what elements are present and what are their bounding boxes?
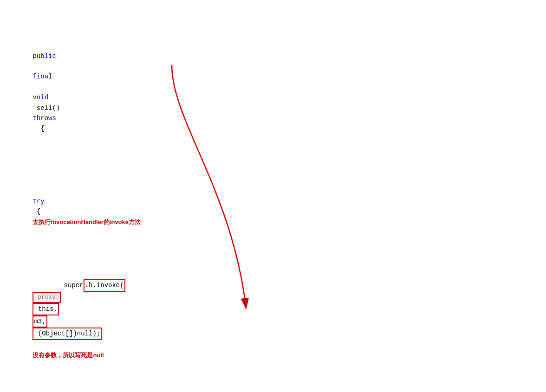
annotation-invoke: 去执行InvocationHandler的invoke方法 [32,218,141,225]
keyword-throws-1: throws [32,115,56,122]
this-box: this, [32,303,58,315]
keyword-final: final [32,73,52,80]
null-box: (Object[])null); [32,328,102,340]
keyword-try-1: try [32,198,44,205]
sell-method-block: public final void sell() throws { try { … [9,9,537,392]
code-line: super.h.invoke( proxy: this, m3, (Object… [9,269,537,371]
annotation-null: 没有参数，所以写死是null [32,352,104,359]
h-invoke-box: .h.invoke( [84,279,125,291]
code-line: try { 去执行InvocationHandler的invoke方法 [9,175,537,238]
keyword-void: void [32,94,48,101]
proxy-hint-box: proxy: [32,292,61,303]
keyword-public: public [32,52,56,60]
code-line: public final void sell() throws { [9,40,537,144]
m3-box: m3, [32,315,47,328]
